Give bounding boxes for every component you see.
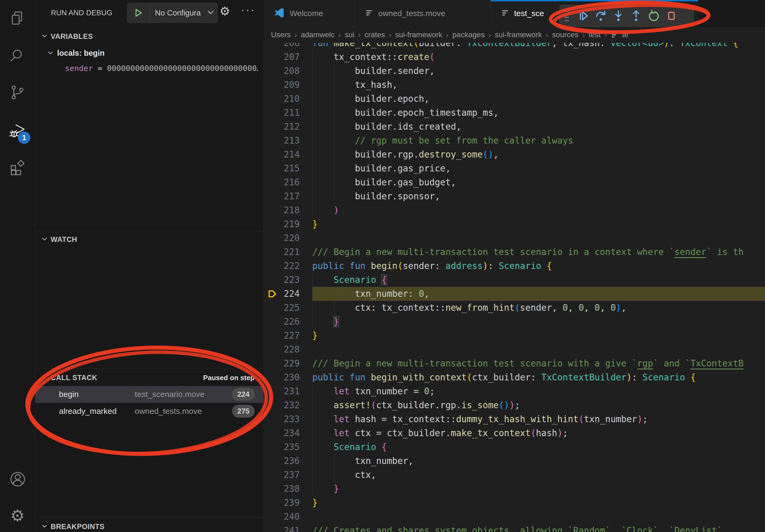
code-line-233[interactable]: 233 let hash = tx_context::dummy_tx_hash…: [264, 412, 765, 426]
line-number[interactable]: 213: [264, 134, 312, 147]
breadcrumb-item[interactable]: sources: [552, 31, 578, 39]
code-line-216[interactable]: 216 builder.gas_budget,: [264, 175, 765, 189]
line-number[interactable]: 235: [264, 440, 312, 454]
code-line-218[interactable]: 218 ): [264, 203, 765, 217]
line-number[interactable]: 228: [264, 343, 312, 357]
breakpoints-section-header[interactable]: BREAKPOINTS: [35, 519, 264, 532]
code-line-214[interactable]: 214 builder.rgp.destroy_some(),: [264, 147, 765, 161]
code-line-226[interactable]: 226 }: [264, 315, 765, 329]
code-line-217[interactable]: 217 builder.sponsor,: [264, 189, 765, 203]
line-number[interactable]: 241: [264, 524, 312, 532]
code-line-213[interactable]: 213 // rgp must be set from the caller a…: [264, 134, 765, 147]
code-line-225[interactable]: 225 ctx: tx_context::new_from_hint(sende…: [264, 301, 765, 315]
call-stack-frame-already_marked[interactable]: already_markedowned_tests.move275: [35, 403, 264, 420]
code-line-234[interactable]: 234 let ctx = ctx_builder.make_tx_contex…: [264, 426, 765, 440]
line-number[interactable]: 236: [264, 454, 312, 468]
code-line-235[interactable]: 235 Scenario {: [264, 440, 765, 454]
code-line-221[interactable]: 221/// Begin a new multi-transaction tes…: [264, 245, 765, 259]
code-line-232[interactable]: 232 assert!(ctx_builder.rgp.is_some());: [264, 398, 765, 412]
line-number[interactable]: 215: [264, 161, 312, 175]
line-number[interactable]: 227: [264, 329, 312, 343]
line-number[interactable]: 232: [264, 398, 312, 412]
line-number[interactable]: 207: [264, 50, 312, 64]
code-line-231[interactable]: 231 let txn_number = 0;: [264, 385, 765, 398]
breadcrumb-item[interactable]: crates: [365, 31, 385, 39]
line-number[interactable]: 223: [264, 273, 312, 287]
code-line-207[interactable]: 207 tx_context::create(: [264, 50, 765, 64]
breadcrumb-item[interactable]: packages: [452, 31, 485, 39]
line-number[interactable]: 237: [264, 468, 312, 482]
stop-button[interactable]: [663, 7, 680, 25]
code-line-210[interactable]: 210 builder.epoch,: [264, 92, 765, 106]
line-number[interactable]: 218: [264, 203, 312, 217]
code-line-239[interactable]: 239}: [264, 496, 765, 510]
variables-scope-row[interactable]: locals: begin: [35, 46, 264, 61]
line-number[interactable]: 233: [264, 412, 312, 426]
breadcrumb-item[interactable]: sui-framework: [395, 31, 442, 39]
step-into-button[interactable]: [609, 7, 627, 25]
line-number[interactable]: 226: [264, 315, 312, 329]
activity-item-run-and-debug-icon[interactable]: 1: [0, 112, 35, 150]
code-line-222[interactable]: 222public fun begin(sender: address): Sc…: [264, 259, 765, 273]
tab-owned_tests.move[interactable]: owned_tests.move: [355, 0, 490, 27]
restart-button[interactable]: [645, 7, 663, 25]
code-line-241[interactable]: 241/// Creates and shares system objects…: [264, 524, 765, 532]
debug-configuration-dropdown[interactable]: No Configura: [127, 3, 218, 23]
variables-section-header[interactable]: VARIABLES: [35, 29, 264, 44]
start-debugging-icon[interactable]: [127, 3, 150, 23]
code-line-208[interactable]: 208 builder.sender,: [264, 64, 765, 78]
code-line-212[interactable]: 212 builder.ids_created,: [264, 120, 765, 134]
watch-section-header[interactable]: WATCH: [35, 232, 264, 247]
breadcrumb-item[interactable]: sui: [345, 31, 355, 39]
code-line-209[interactable]: 209 tx_hash,: [264, 78, 765, 92]
breadcrumb-item[interactable]: adamwelc: [301, 31, 335, 39]
line-number[interactable]: 240: [264, 510, 312, 524]
code-line-240[interactable]: 240: [264, 510, 765, 524]
code-area[interactable]: 206fun make_tx_context(builder: TxContex…: [264, 36, 765, 532]
activity-item-accounts-icon[interactable]: [0, 460, 35, 498]
activity-item-extensions-icon[interactable]: [0, 149, 35, 187]
step-over-button[interactable]: [592, 7, 609, 25]
code-line-236[interactable]: 236 txn_number,: [264, 454, 765, 468]
toolbar-drag-handle[interactable]: [564, 9, 570, 23]
code-line-238[interactable]: 238 }: [264, 482, 765, 496]
step-out-button[interactable]: [627, 7, 645, 25]
line-number[interactable]: 208: [264, 64, 312, 78]
code-line-229[interactable]: 229/// Begin a new multi-transaction tes…: [264, 357, 765, 371]
line-number[interactable]: 221: [264, 245, 312, 259]
code-line-220[interactable]: 220: [264, 231, 765, 245]
line-number[interactable]: 230: [264, 371, 312, 385]
activity-item-source-control-icon[interactable]: [0, 74, 35, 112]
line-number[interactable]: 238: [264, 482, 312, 496]
line-number[interactable]: 212: [264, 120, 312, 134]
line-number[interactable]: 220: [264, 231, 312, 245]
code-line-219[interactable]: 219}: [264, 217, 765, 231]
line-number[interactable]: 214: [264, 147, 312, 161]
code-line-224[interactable]: 224 txn_number: 0,: [264, 287, 765, 301]
line-number[interactable]: 219: [264, 217, 312, 231]
breadcrumb-file[interactable]: te: [611, 31, 628, 39]
activity-item-search-icon[interactable]: [0, 38, 35, 75]
activity-item-explorer-icon[interactable]: [0, 0, 35, 38]
code-line-215[interactable]: 215 builder.gas_price,: [264, 161, 765, 175]
code-line-237[interactable]: 237 ctx,: [264, 468, 765, 482]
line-number[interactable]: 234: [264, 426, 312, 440]
activity-item-settings-icon[interactable]: ⚙: [0, 497, 35, 532]
code-line-223[interactable]: 223 Scenario {: [264, 273, 765, 287]
configure-gear-icon[interactable]: ⚙: [220, 4, 230, 18]
code-line-227[interactable]: 227}: [264, 329, 765, 343]
tab-Welcome[interactable]: Welcome: [264, 0, 355, 27]
line-number[interactable]: 211: [264, 106, 312, 120]
line-number[interactable]: 231: [264, 385, 312, 398]
call-stack-section-header[interactable]: CALL STACK Paused on step: [35, 370, 264, 385]
line-number[interactable]: 229: [264, 357, 312, 371]
line-number[interactable]: 222: [264, 259, 312, 273]
line-number[interactable]: 209: [264, 78, 312, 92]
breadcrumb-item[interactable]: Users: [271, 31, 291, 39]
code-line-230[interactable]: 230public fun begin_with_context(ctx_bui…: [264, 371, 765, 385]
call-stack-frame-begin[interactable]: begintest_scenario.move224: [35, 386, 264, 403]
line-number[interactable]: 225: [264, 301, 312, 315]
line-number[interactable]: 239: [264, 496, 312, 510]
variable-row-sender[interactable]: sender = 0000000000000000000000000000000…: [65, 64, 258, 77]
breadcrumb-item[interactable]: sui-framework: [495, 31, 542, 39]
